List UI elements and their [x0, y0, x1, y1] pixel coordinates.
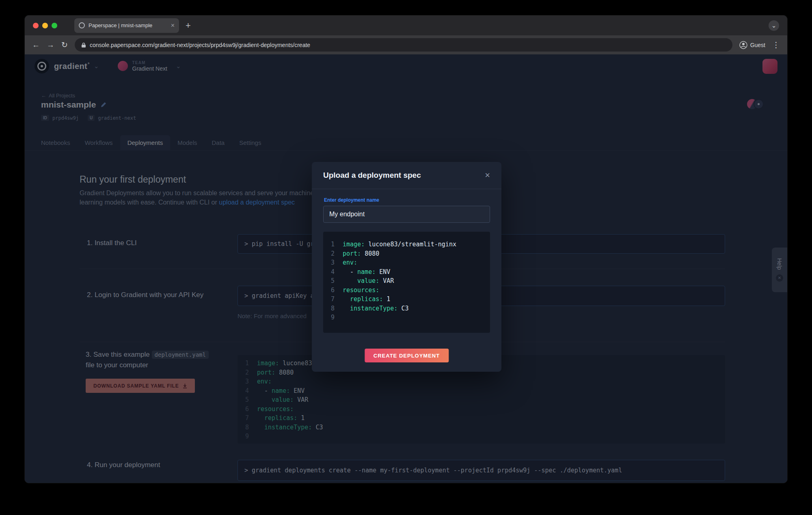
- paperspace-favicon: [79, 22, 85, 28]
- browser-menu-icon[interactable]: ⋮: [772, 40, 780, 50]
- line-number: 3: [323, 258, 343, 267]
- url-text: console.paperspace.com/gradient-next/pro…: [90, 42, 310, 48]
- minimize-window-button[interactable]: [42, 23, 48, 28]
- modal-title: Upload a deployment spec: [323, 171, 421, 180]
- forward-button[interactable]: →: [47, 41, 54, 49]
- modal-close-icon[interactable]: ×: [485, 171, 490, 180]
- new-tab-button[interactable]: +: [186, 21, 191, 30]
- gradient-app: gradient° ⌄ TEAM Gradient Next ⌄ ← All P…: [25, 54, 787, 483]
- code-line: 9: [323, 313, 490, 322]
- line-number: 2: [323, 249, 343, 259]
- create-deployment-button[interactable]: CREATE DEPLOYMENT: [365, 349, 449, 362]
- code-line: 2port: 8080: [323, 249, 490, 259]
- line-number: 4: [323, 267, 343, 277]
- browser-toolbar: ← → ↻ console.paperspace.com/gradient-ne…: [25, 35, 787, 54]
- tab-title: Paperspace | mnist-sample: [89, 22, 167, 28]
- person-icon: [739, 41, 747, 49]
- line-number: 6: [323, 286, 343, 295]
- reload-button[interactable]: ↻: [61, 41, 68, 49]
- profile-button[interactable]: Guest: [739, 41, 765, 49]
- deployment-spec-editor[interactable]: 1image: lucone83/streamlit-nginx2port: 8…: [323, 232, 490, 333]
- line-number: 9: [323, 313, 343, 322]
- upload-spec-modal: Upload a deployment spec × Enter deploym…: [312, 162, 501, 372]
- guest-label: Guest: [750, 42, 765, 48]
- code-line: 7replicas: 1: [323, 295, 490, 304]
- back-button[interactable]: ←: [32, 41, 40, 49]
- close-tab-icon[interactable]: ×: [171, 22, 175, 29]
- line-number: 5: [323, 276, 343, 286]
- downloads-indicator[interactable]: ⌄: [769, 20, 779, 31]
- code-line: 3env:: [323, 258, 490, 267]
- modal-body: Enter deployment name 1image: lucone83/s…: [312, 189, 501, 333]
- browser-window: Paperspace | mnist-sample × + ⌄ ← → ↻ co…: [25, 15, 787, 483]
- address-bar[interactable]: console.paperspace.com/gradient-next/pro…: [75, 38, 732, 52]
- code-line: 6resources:: [323, 286, 490, 295]
- line-number: 1: [323, 240, 343, 249]
- zoom-window-button[interactable]: [52, 23, 57, 28]
- browser-tab[interactable]: Paperspace | mnist-sample ×: [74, 18, 179, 33]
- code-line: 4- name: ENV: [323, 267, 490, 277]
- deployment-name-input[interactable]: [323, 206, 490, 223]
- line-number: 7: [323, 295, 343, 304]
- code-line: 5value: VAR: [323, 276, 490, 286]
- code-line: 8instanceType: C3: [323, 304, 490, 313]
- screen: Paperspace | mnist-sample × + ⌄ ← → ↻ co…: [0, 0, 812, 515]
- line-number: 8: [323, 304, 343, 313]
- code-line: 1image: lucone83/streamlit-nginx: [323, 240, 490, 249]
- window-controls: [33, 23, 57, 28]
- modal-header: Upload a deployment spec ×: [312, 162, 501, 189]
- deployment-name-label: Enter deployment name: [324, 197, 490, 203]
- lock-icon: [81, 42, 86, 48]
- close-window-button[interactable]: [33, 23, 39, 28]
- browser-tab-strip: Paperspace | mnist-sample × + ⌄: [25, 15, 787, 35]
